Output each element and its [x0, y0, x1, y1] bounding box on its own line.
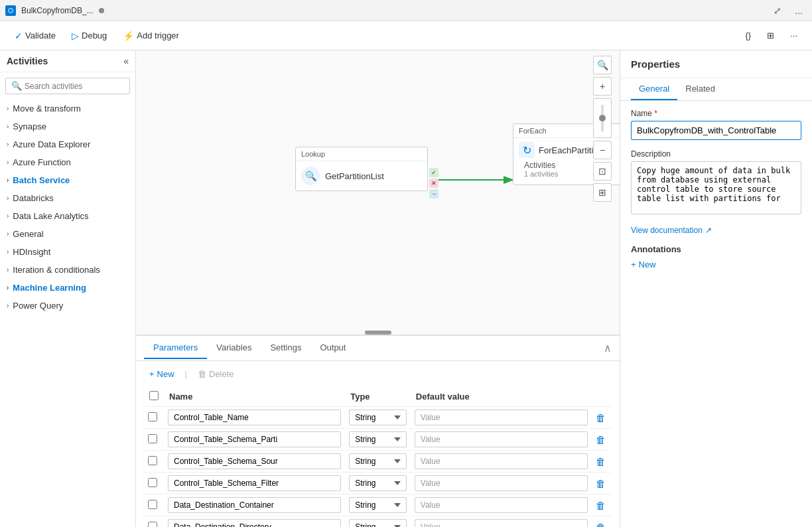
chevron-right-icon: ›	[7, 105, 9, 112]
search-icon: 🔍	[11, 81, 22, 91]
expand-button[interactable]: ⤢	[770, 4, 785, 17]
tab-output[interactable]: Output	[310, 337, 355, 359]
param-name-input[interactable]	[168, 453, 341, 469]
debug-button[interactable]: ▷ Debug	[65, 28, 113, 44]
param-type-select[interactable]: String Int Bool Array Object	[349, 497, 407, 513]
trash-icon: 🗑	[198, 369, 206, 379]
param-name-input[interactable]	[168, 497, 341, 513]
table-row: String Int Bool Array Object 🗑	[144, 407, 612, 429]
new-annotation-button[interactable]: + New	[631, 260, 656, 269]
sidebar-collapse-button[interactable]: «	[123, 56, 129, 66]
add-trigger-button[interactable]: ⚡ Add trigger	[116, 28, 186, 44]
param-name-input[interactable]	[168, 431, 341, 447]
param-type-select[interactable]: String Int Bool Array Object	[349, 410, 407, 425]
grid-toggle-button[interactable]: ⊞	[593, 183, 612, 202]
sidebar-item-batch-service[interactable]: › Batch Service	[0, 171, 135, 189]
param-name-input[interactable]	[168, 410, 341, 425]
delete-row-button[interactable]: 🗑	[596, 412, 606, 423]
lookup-node-box: Lookup 🔍 GetPartitionList	[295, 147, 428, 191]
zoom-slider[interactable]	[593, 98, 612, 138]
chevron-right-icon: ›	[7, 248, 9, 256]
panel-resize-handle[interactable]	[365, 331, 391, 335]
search-canvas-button[interactable]: 🔍	[593, 56, 612, 74]
delete-row-button[interactable]: 🗑	[596, 478, 606, 489]
param-type-select[interactable]: String Int Bool Array Object	[349, 475, 407, 491]
param-value-input[interactable]	[415, 410, 588, 425]
view-docs-link[interactable]: View documentation ↗	[631, 226, 801, 235]
param-value-input[interactable]	[415, 519, 588, 527]
delete-row-button[interactable]: 🗑	[596, 456, 606, 467]
fit-view-button[interactable]: ⊡	[593, 162, 612, 181]
param-value-input[interactable]	[415, 453, 588, 469]
row-checkbox[interactable]	[148, 522, 157, 528]
chevron-right-icon: ›	[7, 302, 9, 309]
checkmark-icon: ✓	[15, 31, 23, 41]
activities-count: 1 activities	[524, 170, 558, 178]
param-value-input[interactable]	[415, 475, 588, 491]
new-param-button[interactable]: + New	[144, 366, 180, 382]
plus-icon: +	[149, 369, 155, 379]
sidebar-item-hdinsight[interactable]: › HDInsight	[0, 243, 135, 261]
main-layout: Activities « 🔍 › Move & transform › Syna…	[0, 50, 812, 527]
zoom-out-button[interactable]: −	[593, 141, 612, 159]
param-type-select[interactable]: String Int Bool Array Object	[349, 519, 407, 527]
row-checkbox[interactable]	[148, 456, 157, 465]
row-checkbox[interactable]	[148, 412, 157, 421]
sidebar-item-machine-learning[interactable]: › Machine Learning	[0, 279, 135, 297]
plus-icon: +	[631, 260, 636, 269]
sidebar-item-synapse[interactable]: › Synapse	[0, 117, 135, 135]
search-input[interactable]	[25, 82, 124, 91]
sidebar-item-move-transform[interactable]: › Move & transform	[0, 100, 135, 117]
delete-param-button[interactable]: 🗑 Delete	[192, 366, 239, 382]
app-icon: ⬡	[5, 5, 16, 16]
row-checkbox[interactable]	[148, 434, 157, 443]
sidebar-items-list: › Move & transform › Synapse › Azure Dat…	[0, 100, 135, 315]
properties-title: Properties	[620, 50, 812, 78]
param-type-select[interactable]: String Int Bool Array Object	[349, 431, 407, 447]
sidebar-item-azure-function[interactable]: › Azure Function	[0, 153, 135, 171]
tab-settings[interactable]: Settings	[261, 337, 310, 359]
chevron-right-icon: ›	[7, 177, 9, 184]
props-tab-related[interactable]: Related	[677, 78, 723, 100]
code-button[interactable]: {}	[738, 28, 758, 43]
search-box[interactable]: 🔍	[5, 78, 130, 94]
sidebar-item-power-query[interactable]: › Power Query	[0, 297, 135, 315]
row-checkbox[interactable]	[148, 478, 157, 487]
sidebar-item-azure-data-explorer[interactable]: › Azure Data Explorer	[0, 135, 135, 153]
sidebar-collapse-btns: «	[123, 56, 129, 66]
lookup-node[interactable]: Lookup 🔍 GetPartitionList ✓ ✕ →	[295, 147, 428, 191]
props-tab-general[interactable]: General	[631, 78, 677, 100]
zoom-handle[interactable]	[599, 115, 606, 121]
param-value-input[interactable]	[415, 431, 588, 447]
toolbar-right: {} ⊞ ···	[738, 28, 804, 43]
param-name-input[interactable]	[168, 475, 341, 491]
play-icon: ▷	[72, 31, 79, 41]
chevron-right-icon: ›	[7, 230, 9, 238]
bottom-panel-close-button[interactable]: ∧	[604, 342, 612, 354]
delete-row-button[interactable]: 🗑	[596, 500, 606, 511]
param-value-input[interactable]	[415, 497, 588, 513]
sidebar-item-iteration-conditionals[interactable]: › Iteration & conditionals	[0, 261, 135, 279]
delete-row-button[interactable]: 🗑	[596, 522, 606, 528]
default-value-column-header: Default value	[411, 387, 592, 407]
toolbar-more-button[interactable]: ···	[783, 28, 804, 43]
param-name-input[interactable]	[168, 519, 341, 527]
zoom-in-button[interactable]: +	[593, 77, 612, 96]
row-checkbox[interactable]	[148, 500, 157, 509]
description-textarea[interactable]: Copy huge amount of data in bulk from da…	[631, 161, 801, 214]
monitor-button[interactable]: ⊞	[760, 28, 781, 43]
bottom-tabs: Parameters Variables Settings Output ∧	[136, 336, 620, 361]
select-all-checkbox[interactable]	[149, 391, 159, 400]
param-type-select[interactable]: String Int Bool Array Object	[349, 453, 407, 469]
validate-button[interactable]: ✓ Validate	[8, 28, 62, 44]
sidebar-item-general[interactable]: › General	[0, 225, 135, 243]
sidebar-item-databricks[interactable]: › Databricks	[0, 189, 135, 207]
chevron-right-icon: ›	[7, 141, 9, 148]
name-input[interactable]	[631, 121, 801, 140]
pipeline-canvas[interactable]: Lookup 🔍 GetPartitionList ✓ ✕ →	[136, 50, 620, 335]
tab-variables[interactable]: Variables	[207, 337, 261, 359]
sidebar-item-data-lake-analytics[interactable]: › Data Lake Analytics	[0, 207, 135, 225]
delete-row-button[interactable]: 🗑	[596, 434, 606, 445]
tab-parameters[interactable]: Parameters	[144, 337, 207, 359]
more-button[interactable]: ...	[791, 4, 807, 17]
